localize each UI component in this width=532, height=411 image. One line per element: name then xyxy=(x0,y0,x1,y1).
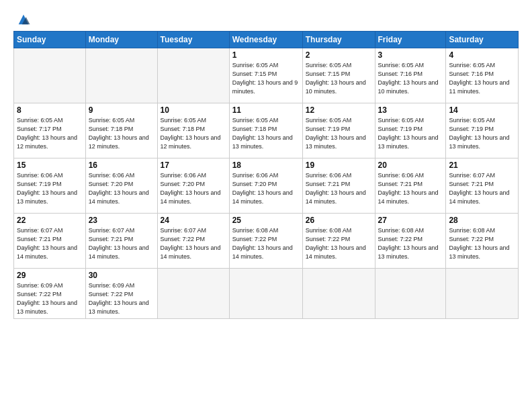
calendar-cell: 12Sunrise: 6:05 AMSunset: 7:19 PMDayligh… xyxy=(302,103,375,158)
day-info: Sunrise: 6:06 AMSunset: 7:21 PMDaylight:… xyxy=(306,171,372,206)
calendar-cell: 10Sunrise: 6:05 AMSunset: 7:18 PMDayligh… xyxy=(157,103,229,158)
day-info: Sunrise: 6:05 AMSunset: 7:19 PMDaylight:… xyxy=(378,116,443,151)
day-number: 14 xyxy=(449,105,515,115)
day-number: 19 xyxy=(306,161,372,170)
calendar-cell xyxy=(14,48,86,103)
day-info: Sunrise: 6:09 AMSunset: 7:22 PMDaylight:… xyxy=(89,281,154,316)
day-info: Sunrise: 6:07 AMSunset: 7:21 PMDaylight:… xyxy=(17,226,83,261)
day-info: Sunrise: 6:05 AMSunset: 7:19 PMDaylight:… xyxy=(306,116,372,151)
week-row-3: 15Sunrise: 6:06 AMSunset: 7:19 PMDayligh… xyxy=(14,158,519,214)
day-number: 11 xyxy=(232,105,300,115)
calendar-cell: 20Sunrise: 6:06 AMSunset: 7:21 PMDayligh… xyxy=(375,158,446,214)
day-info: Sunrise: 6:05 AMSunset: 7:17 PMDaylight:… xyxy=(17,116,83,151)
calendar-cell: 21Sunrise: 6:07 AMSunset: 7:21 PMDayligh… xyxy=(446,158,519,214)
calendar-cell xyxy=(446,269,519,319)
day-info: Sunrise: 6:08 AMSunset: 7:22 PMDaylight:… xyxy=(378,226,443,261)
week-row-1: 1Sunrise: 6:05 AMSunset: 7:15 PMDaylight… xyxy=(14,48,519,103)
calendar-cell: 25Sunrise: 6:08 AMSunset: 7:22 PMDayligh… xyxy=(229,214,302,269)
day-info: Sunrise: 6:05 AMSunset: 7:18 PMDaylight:… xyxy=(232,116,300,151)
weekday-friday: Friday xyxy=(375,32,446,48)
day-info: Sunrise: 6:06 AMSunset: 7:20 PMDaylight:… xyxy=(161,171,226,206)
day-number: 1 xyxy=(232,50,300,60)
day-number: 12 xyxy=(306,105,372,115)
calendar-cell xyxy=(229,269,302,319)
calendar-cell xyxy=(302,269,375,319)
day-info: Sunrise: 6:08 AMSunset: 7:22 PMDaylight:… xyxy=(449,226,515,261)
day-number: 27 xyxy=(378,216,443,225)
day-number: 18 xyxy=(232,161,300,170)
calendar-cell: 8Sunrise: 6:05 AMSunset: 7:17 PMDaylight… xyxy=(14,103,86,158)
calendar-cell: 2Sunrise: 6:05 AMSunset: 7:15 PMDaylight… xyxy=(302,48,375,103)
calendar-cell: 19Sunrise: 6:06 AMSunset: 7:21 PMDayligh… xyxy=(302,158,375,214)
header xyxy=(13,12,519,27)
page: SundayMondayTuesdayWednesdayThursdayFrid… xyxy=(0,0,532,411)
day-info: Sunrise: 6:06 AMSunset: 7:21 PMDaylight:… xyxy=(378,171,443,206)
day-info: Sunrise: 6:07 AMSunset: 7:21 PMDaylight:… xyxy=(89,226,154,261)
calendar-cell: 26Sunrise: 6:08 AMSunset: 7:22 PMDayligh… xyxy=(302,214,375,269)
day-info: Sunrise: 6:05 AMSunset: 7:18 PMDaylight:… xyxy=(161,116,226,151)
calendar-cell: 28Sunrise: 6:08 AMSunset: 7:22 PMDayligh… xyxy=(446,214,519,269)
day-number: 15 xyxy=(17,161,83,170)
calendar-cell: 14Sunrise: 6:05 AMSunset: 7:19 PMDayligh… xyxy=(446,103,519,158)
day-number: 30 xyxy=(89,271,154,280)
day-number: 13 xyxy=(378,105,443,115)
day-number: 26 xyxy=(306,216,372,225)
calendar-cell: 1Sunrise: 6:05 AMSunset: 7:15 PMDaylight… xyxy=(229,48,302,103)
day-info: Sunrise: 6:07 AMSunset: 7:21 PMDaylight:… xyxy=(449,171,515,206)
day-number: 10 xyxy=(161,105,226,115)
day-number: 9 xyxy=(89,105,154,115)
weekday-thursday: Thursday xyxy=(302,32,375,48)
day-info: Sunrise: 6:05 AMSunset: 7:15 PMDaylight:… xyxy=(306,61,372,96)
calendar-cell: 3Sunrise: 6:05 AMSunset: 7:16 PMDaylight… xyxy=(375,48,446,103)
day-number: 20 xyxy=(378,161,443,170)
day-number: 28 xyxy=(449,216,515,225)
day-number: 4 xyxy=(449,50,515,60)
calendar-cell: 30Sunrise: 6:09 AMSunset: 7:22 PMDayligh… xyxy=(85,269,157,319)
day-info: Sunrise: 6:05 AMSunset: 7:19 PMDaylight:… xyxy=(449,116,515,151)
day-number: 2 xyxy=(306,50,372,60)
calendar-cell: 9Sunrise: 6:05 AMSunset: 7:18 PMDaylight… xyxy=(85,103,157,158)
day-number: 3 xyxy=(378,50,443,60)
calendar-cell: 18Sunrise: 6:06 AMSunset: 7:20 PMDayligh… xyxy=(229,158,302,214)
calendar-body: 1Sunrise: 6:05 AMSunset: 7:15 PMDaylight… xyxy=(14,48,519,319)
calendar-cell: 23Sunrise: 6:07 AMSunset: 7:21 PMDayligh… xyxy=(85,214,157,269)
day-number: 16 xyxy=(89,161,154,170)
day-info: Sunrise: 6:05 AMSunset: 7:15 PMDaylight:… xyxy=(232,61,300,96)
calendar-cell: 16Sunrise: 6:06 AMSunset: 7:20 PMDayligh… xyxy=(85,158,157,214)
week-row-2: 8Sunrise: 6:05 AMSunset: 7:17 PMDaylight… xyxy=(14,103,519,158)
day-info: Sunrise: 6:06 AMSunset: 7:19 PMDaylight:… xyxy=(17,171,83,206)
calendar-cell: 17Sunrise: 6:06 AMSunset: 7:20 PMDayligh… xyxy=(157,158,229,214)
day-info: Sunrise: 6:05 AMSunset: 7:18 PMDaylight:… xyxy=(89,116,154,151)
day-info: Sunrise: 6:05 AMSunset: 7:16 PMDaylight:… xyxy=(449,61,515,96)
logo xyxy=(13,12,31,27)
day-info: Sunrise: 6:08 AMSunset: 7:22 PMDaylight:… xyxy=(232,226,300,261)
day-info: Sunrise: 6:06 AMSunset: 7:20 PMDaylight:… xyxy=(232,171,300,206)
calendar: SundayMondayTuesdayWednesdayThursdayFrid… xyxy=(13,31,519,319)
week-row-4: 22Sunrise: 6:07 AMSunset: 7:21 PMDayligh… xyxy=(14,214,519,269)
weekday-header-row: SundayMondayTuesdayWednesdayThursdayFrid… xyxy=(14,32,519,48)
day-number: 21 xyxy=(449,161,515,170)
day-number: 29 xyxy=(17,271,83,280)
day-number: 22 xyxy=(17,216,83,225)
calendar-cell xyxy=(157,269,229,319)
calendar-cell: 29Sunrise: 6:09 AMSunset: 7:22 PMDayligh… xyxy=(14,269,86,319)
calendar-cell: 11Sunrise: 6:05 AMSunset: 7:18 PMDayligh… xyxy=(229,103,302,158)
weekday-monday: Monday xyxy=(85,32,157,48)
calendar-cell xyxy=(157,48,229,103)
day-number: 24 xyxy=(161,216,226,225)
logo-icon xyxy=(16,12,31,27)
weekday-wednesday: Wednesday xyxy=(229,32,302,48)
day-info: Sunrise: 6:06 AMSunset: 7:20 PMDaylight:… xyxy=(89,171,154,206)
day-number: 17 xyxy=(161,161,226,170)
day-number: 23 xyxy=(89,216,154,225)
calendar-cell xyxy=(375,269,446,319)
calendar-cell: 24Sunrise: 6:07 AMSunset: 7:22 PMDayligh… xyxy=(157,214,229,269)
week-row-5: 29Sunrise: 6:09 AMSunset: 7:22 PMDayligh… xyxy=(14,269,519,319)
calendar-cell: 13Sunrise: 6:05 AMSunset: 7:19 PMDayligh… xyxy=(375,103,446,158)
day-info: Sunrise: 6:08 AMSunset: 7:22 PMDaylight:… xyxy=(306,226,372,261)
weekday-sunday: Sunday xyxy=(14,32,86,48)
calendar-cell: 27Sunrise: 6:08 AMSunset: 7:22 PMDayligh… xyxy=(375,214,446,269)
day-number: 8 xyxy=(17,105,83,115)
calendar-cell: 22Sunrise: 6:07 AMSunset: 7:21 PMDayligh… xyxy=(14,214,86,269)
day-info: Sunrise: 6:05 AMSunset: 7:16 PMDaylight:… xyxy=(378,61,443,96)
